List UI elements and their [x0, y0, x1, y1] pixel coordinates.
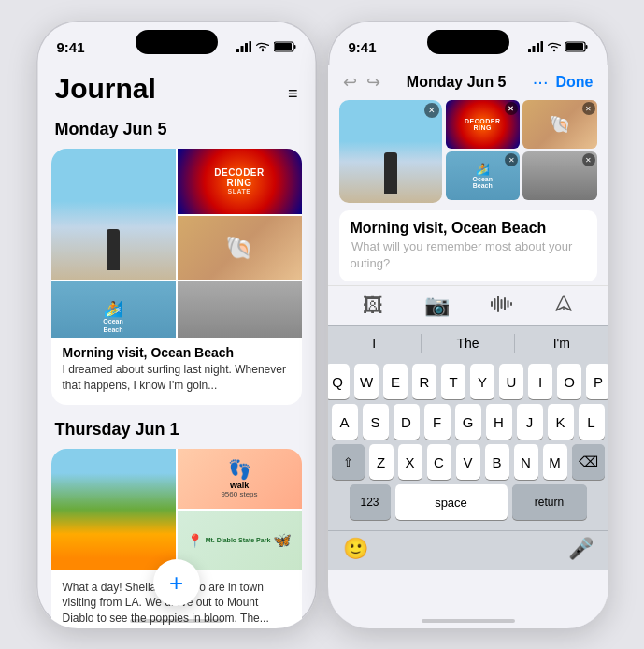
right-phone: 9:41 ↩ ↪: [328, 21, 608, 628]
svg-rect-18: [497, 296, 499, 312]
time-right: 9:41: [349, 39, 377, 55]
key-e[interactable]: E: [383, 364, 408, 399]
svg-point-12: [552, 50, 554, 51]
att-dog: ✕: [522, 151, 597, 200]
remove-shell[interactable]: ✕: [582, 102, 595, 115]
svg-rect-7: [275, 43, 292, 50]
add-entry-fab[interactable]: +: [153, 559, 200, 606]
key-l[interactable]: L: [579, 404, 605, 440]
image-attach-icon[interactable]: 🖼: [363, 294, 383, 318]
svg-rect-14: [585, 45, 587, 49]
ocean-beach-card: 🏄 OceanBeach: [51, 281, 176, 338]
journal-card-monday[interactable]: DECODERRING SLATE 🐚 🏄 OceanBeach Morning…: [51, 149, 302, 405]
keyboard-bottom-bar: 🙂 🎤: [328, 530, 608, 570]
svg-rect-20: [504, 297, 506, 310]
key-x[interactable]: X: [398, 444, 422, 480]
date-section-monday: Monday Jun 5: [36, 108, 317, 145]
key-d[interactable]: D: [394, 404, 420, 440]
remove-decoder[interactable]: ✕: [505, 102, 518, 115]
key-s[interactable]: S: [363, 404, 389, 440]
card-images-monday: DECODERRING SLATE 🐚: [51, 149, 302, 280]
svg-rect-22: [510, 302, 512, 306]
pred-word-1[interactable]: The: [422, 334, 515, 353]
att-ocean-beach: 🏄 OceanBeach ✕: [446, 151, 521, 200]
wifi-icon-right: [547, 41, 562, 52]
card-body-monday: I dreamed about surfing last night. When…: [63, 362, 291, 394]
return-key[interactable]: return: [512, 484, 587, 520]
key-p[interactable]: P: [586, 364, 608, 399]
dynamic-island-right: [427, 30, 509, 54]
key-q[interactable]: Q: [328, 364, 351, 399]
compose-content: ↩ ↪ Monday Jun 5 ··· Done ✕ DECODERRING: [328, 65, 608, 628]
key-g[interactable]: G: [455, 404, 481, 440]
key-v[interactable]: V: [456, 444, 480, 480]
redo-icon[interactable]: ↪: [366, 72, 380, 93]
battery-icon-right: [565, 41, 588, 52]
compose-date: Monday Jun 5: [407, 74, 507, 91]
svg-rect-9: [532, 46, 535, 52]
svg-rect-3: [249, 41, 251, 52]
pred-word-2[interactable]: I'm: [515, 334, 608, 353]
remove-ocean-beach[interactable]: ✕: [505, 153, 518, 166]
microphone-icon[interactable]: 🎤: [568, 537, 594, 561]
key-u[interactable]: U: [499, 364, 523, 399]
date-section-thursday: Thursday Jun 1: [36, 409, 317, 445]
dynamic-island: [136, 30, 218, 54]
emoji-icon[interactable]: 🙂: [343, 537, 368, 561]
app-title: Journal: [55, 73, 156, 105]
key-row-3: ⇧ Z X C V B N M ⌫: [332, 444, 605, 480]
key-a[interactable]: A: [332, 404, 358, 440]
key-row-4: 123 space return: [332, 484, 605, 520]
more-button[interactable]: ···: [533, 71, 549, 93]
numbers-key[interactable]: 123: [350, 484, 391, 520]
time-left: 9:41: [57, 39, 85, 55]
remove-dog[interactable]: ✕: [582, 153, 595, 166]
key-j[interactable]: J: [517, 404, 543, 440]
svg-rect-15: [566, 43, 583, 50]
attached-images: ✕ DECODERRING ✕ 🐚 ✕ 🏄 OceanBeach ✕: [328, 96, 608, 207]
compose-area[interactable]: Morning visit, Ocean Beach What will you…: [339, 210, 597, 281]
key-m[interactable]: M: [543, 444, 567, 480]
shift-key[interactable]: ⇧: [332, 444, 365, 480]
pred-word-0[interactable]: I: [328, 334, 422, 353]
space-key[interactable]: space: [395, 484, 508, 520]
key-t[interactable]: T: [441, 364, 465, 399]
attached-beach-photo: ✕: [339, 100, 442, 203]
date-thursday: Thursday Jun 1: [55, 420, 179, 439]
att-shell: 🐚 ✕: [522, 100, 597, 149]
attachment-bar: 🖼 📷: [328, 285, 608, 325]
status-icons-left: [236, 41, 296, 52]
key-w[interactable]: W: [354, 364, 379, 399]
key-y[interactable]: Y: [470, 364, 494, 399]
key-b[interactable]: B: [485, 444, 509, 480]
done-button[interactable]: Done: [555, 74, 593, 91]
key-n[interactable]: N: [514, 444, 538, 480]
walk-card: 👣 Walk 9560 steps: [178, 449, 302, 509]
journal-header: Journal ≡: [36, 65, 317, 108]
wifi-icon-left: [255, 41, 270, 52]
beach-photo: [51, 149, 176, 280]
journal-content: Journal ≡ Monday Jun 5 DECODERRING SLATE…: [36, 65, 317, 628]
svg-rect-19: [500, 299, 502, 309]
card-images-row2: 🏄 OceanBeach: [51, 281, 302, 338]
filter-icon[interactable]: ≡: [288, 84, 298, 104]
key-c[interactable]: C: [427, 444, 451, 480]
delete-key[interactable]: ⌫: [572, 444, 605, 480]
remove-beach-photo[interactable]: ✕: [424, 103, 439, 118]
waveform-icon[interactable]: [491, 294, 513, 318]
svg-rect-0: [236, 49, 239, 52]
key-r[interactable]: R: [412, 364, 436, 399]
key-o[interactable]: O: [557, 364, 581, 399]
key-h[interactable]: H: [486, 404, 512, 440]
svg-rect-1: [240, 46, 243, 52]
key-i[interactable]: I: [528, 364, 552, 399]
undo-icon[interactable]: ↩: [343, 72, 357, 93]
key-k[interactable]: K: [548, 404, 574, 440]
card-text-monday: Morning visit, Ocean Beach I dreamed abo…: [51, 338, 302, 394]
svg-rect-16: [491, 301, 493, 307]
key-z[interactable]: Z: [369, 444, 394, 480]
compose-entry-title: Morning visit, Ocean Beach: [351, 220, 586, 237]
key-f[interactable]: F: [424, 404, 451, 440]
send-icon[interactable]: [554, 294, 573, 318]
camera-icon[interactable]: 📷: [424, 294, 450, 318]
